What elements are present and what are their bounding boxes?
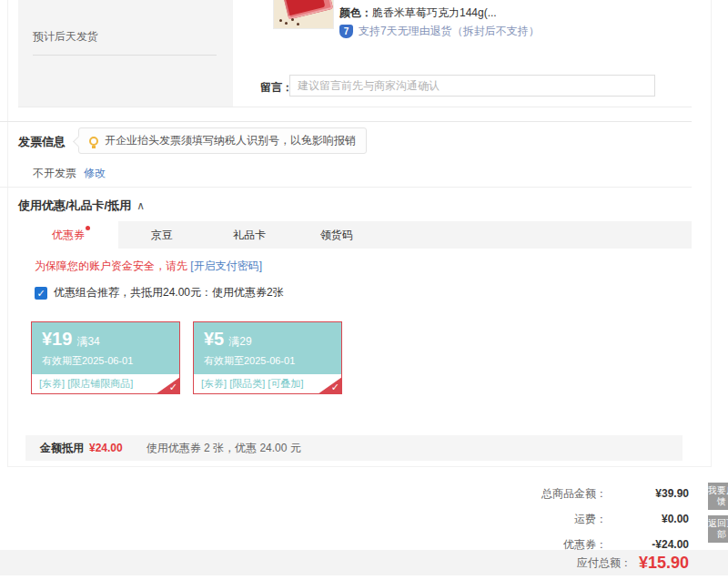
tab-jingdou[interactable]: 京豆 xyxy=(118,221,206,249)
crumb-dot xyxy=(291,18,294,21)
tab-coupon[interactable]: 优惠券 xyxy=(18,221,118,249)
checkmark-icon: ✓ xyxy=(331,382,339,393)
shipping-estimate: 预计后天发货 xyxy=(33,29,98,45)
coupon-card-19[interactable]: ¥19满34 有效期至2025-06-01 [东券] [限店铺限商品] ✓ xyxy=(31,321,180,394)
combo-label: 优惠组合推荐，共抵用24.00元：使用优惠券2张 xyxy=(54,285,284,300)
shipping-underline xyxy=(33,55,217,56)
collapse-caret-icon[interactable]: ∧ xyxy=(136,199,145,212)
tab-coupon-label: 优惠券 xyxy=(52,229,85,241)
section-divider xyxy=(0,187,692,188)
invoice-tip-text: 开企业抬头发票须填写纳税人识别号，以免影响报销 xyxy=(105,133,356,148)
top-section-divider xyxy=(18,107,692,107)
crumb-dot xyxy=(279,19,282,22)
discount-section-title: 使用优惠/礼品卡/抵用∧ xyxy=(18,198,145,214)
checkmark-icon: ✓ xyxy=(169,382,177,393)
combo-checkbox[interactable]: ✓ xyxy=(35,287,47,300)
invoice-current-value: 不开发票 xyxy=(33,167,76,179)
crumb-dot xyxy=(297,23,299,25)
summary-value: ¥0.00 xyxy=(607,506,689,532)
tab-giftcard[interactable]: 礼品卡 xyxy=(206,221,293,249)
coupon-top: ¥5满29 有效期至2025-06-01 xyxy=(194,322,341,374)
section-divider xyxy=(0,121,692,122)
feedback-button[interactable]: 我要反馈 xyxy=(708,483,728,510)
total-payable-row: 应付总额： ¥15.90 xyxy=(577,550,689,575)
message-input[interactable] xyxy=(289,75,655,97)
shipping-option-box[interactable]: 预计后天发货 xyxy=(18,0,233,107)
crumb-dot xyxy=(285,22,288,25)
security-notice-text: 为保障您的账户资金安全，请先 xyxy=(35,259,187,272)
invoice-tooltip: 开企业抬头发票须填写纳税人识别号，以免影响报销 xyxy=(78,127,367,154)
deduction-summary-row: 金额抵用¥24.00使用优惠券 2 张，优惠 24.00 元 xyxy=(25,435,682,461)
coupon-condition: 满34 xyxy=(76,335,99,348)
coupon-condition: 满29 xyxy=(228,335,251,348)
price-summary: 总商品金额： ¥39.90 运费： ¥0.00 优惠券： -¥24.00 xyxy=(328,481,689,557)
discount-title-text: 使用优惠/礼品卡/抵用 xyxy=(18,198,131,212)
color-label: 颜色： xyxy=(339,6,372,19)
seven-day-return-icon: 7 xyxy=(339,25,353,38)
coupon-amount: ¥19 xyxy=(42,329,72,349)
summary-row-goods: 总商品金额： ¥39.90 xyxy=(328,481,689,506)
enable-payment-password-link[interactable]: [开启支付密码] xyxy=(190,259,262,272)
deduction-label: 金额抵用 xyxy=(40,442,84,454)
coupon-card-5[interactable]: ¥5满29 有效期至2025-06-01 [东券] [限品类] [可叠加] ✓ xyxy=(193,321,342,394)
deduction-amount: ¥24.00 xyxy=(89,442,123,454)
lightbulb-icon xyxy=(89,137,98,146)
back-to-top-button[interactable]: 返回顶部 xyxy=(708,515,728,543)
tab-redeem-code[interactable]: 领货码 xyxy=(293,221,380,249)
product-thumbnail[interactable] xyxy=(273,0,334,29)
tab-jingdou-label: 京豆 xyxy=(151,229,173,241)
discount-tabbar: 优惠券 京豆 礼品卡 领货码 xyxy=(18,221,692,249)
coupon-expiry: 有效期至2025-06-01 xyxy=(42,354,179,368)
coupon-amount: ¥5 xyxy=(204,329,224,349)
summary-label: 总商品金额： xyxy=(541,481,607,506)
total-label: 应付总额： xyxy=(577,555,632,571)
invoice-current-row: 不开发票修改 xyxy=(33,166,106,181)
color-value: 脆香米草莓巧克力144g(... xyxy=(372,6,497,19)
tab-giftcard-label: 礼品卡 xyxy=(233,229,266,241)
security-notice: 为保障您的账户资金安全，请先 [开启支付密码] xyxy=(35,259,262,274)
invoice-section-title: 发票信息 xyxy=(18,134,66,150)
summary-label: 运费： xyxy=(574,506,607,532)
total-value: ¥15.90 xyxy=(639,554,689,573)
message-label: 留言： xyxy=(260,80,293,96)
coupon-notification-dot xyxy=(86,226,90,230)
checkout-page: 预计后天发货 颜色：脆香米草莓巧克力144g(... 7 支持7天无理由退货（拆… xyxy=(0,0,728,580)
coupon-list: ¥19满34 有效期至2025-06-01 [东券] [限店铺限商品] ✓ ¥5… xyxy=(31,321,342,394)
product-color-row: 颜色：脆香米草莓巧克力144g(... xyxy=(339,5,497,21)
combo-recommend-row: ✓ 优惠组合推荐，共抵用24.00元：使用优惠券2张 xyxy=(35,285,284,300)
return-policy-text: 支持7天无理由退货（拆封后不支持） xyxy=(359,24,540,39)
coupon-top: ¥19满34 有效期至2025-06-01 xyxy=(32,322,179,374)
summary-value: ¥39.90 xyxy=(607,481,689,506)
tab-redeem-code-label: 领货码 xyxy=(320,229,353,241)
deduction-detail: 使用优惠券 2 张，优惠 24.00 元 xyxy=(147,442,301,454)
invoice-modify-link[interactable]: 修改 xyxy=(84,167,106,179)
summary-row-shipping: 运费： ¥0.00 xyxy=(328,506,689,532)
return-policy-row: 7 支持7天无理由退货（拆封后不支持） xyxy=(339,24,540,39)
coupon-expiry: 有效期至2025-06-01 xyxy=(204,354,341,368)
product-image-chocolate xyxy=(282,0,333,20)
total-payable-band: 应付总额： ¥15.90 xyxy=(0,550,728,575)
